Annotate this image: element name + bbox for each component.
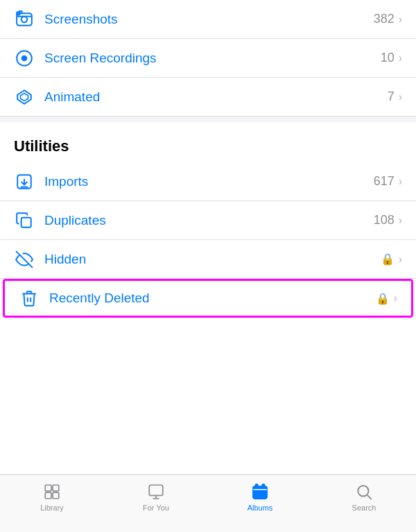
- svg-rect-17: [53, 492, 59, 499]
- tab-albums[interactable]: Albums: [208, 481, 312, 512]
- svg-line-25: [367, 495, 372, 499]
- list-item-hidden[interactable]: Hidden 🔒 ›: [0, 240, 416, 279]
- list-item-screenshots[interactable]: Screenshots 382 ›: [0, 0, 416, 39]
- animated-label: Animated: [44, 89, 388, 105]
- screen-recordings-count: 10: [381, 51, 395, 65]
- svg-rect-14: [45, 485, 51, 491]
- duplicates-chevron: ›: [399, 214, 402, 227]
- screenshots-icon: [14, 9, 35, 30]
- list-item-recently-deleted[interactable]: Recently Deleted 🔒 ›: [3, 279, 413, 318]
- albums-tab-icon: [250, 482, 270, 501]
- svg-rect-12: [21, 217, 31, 227]
- hidden-lock: 🔒: [381, 252, 395, 266]
- screenshots-count: 382: [374, 12, 395, 26]
- screen-recordings-icon: [14, 48, 35, 69]
- screenshots-label: Screenshots: [44, 12, 374, 27]
- tab-for-you[interactable]: For You: [104, 481, 208, 512]
- search-tab-label: Search: [352, 504, 376, 512]
- imports-count: 617: [374, 174, 395, 189]
- imports-label: Imports: [44, 174, 374, 189]
- imports-chevron: ›: [399, 175, 402, 188]
- list-item-screen-recordings[interactable]: Screen Recordings 10 ›: [0, 39, 416, 78]
- svg-rect-23: [262, 484, 264, 487]
- svg-marker-8: [21, 93, 28, 101]
- tab-library[interactable]: Library: [0, 481, 104, 512]
- content-area: Screenshots 382 › Screen Recordings 10 ›: [0, 0, 416, 375]
- tab-bar: Library For You Albums: [0, 474, 416, 532]
- svg-rect-16: [45, 492, 51, 499]
- for-you-tab-label: For You: [143, 504, 169, 512]
- recently-deleted-label: Recently Deleted: [49, 291, 376, 306]
- animated-count: 7: [388, 89, 395, 104]
- recently-deleted-chevron: ›: [394, 292, 397, 304]
- svg-rect-22: [256, 484, 258, 487]
- duplicates-icon: [14, 210, 35, 231]
- section-spacer: [0, 117, 416, 122]
- library-tab-label: Library: [40, 504, 64, 512]
- duplicates-count: 108: [374, 213, 395, 228]
- list-item-animated[interactable]: Animated 7 ›: [0, 78, 416, 117]
- list-item-imports[interactable]: Imports 617 ›: [0, 162, 416, 201]
- animated-icon: [14, 87, 35, 108]
- recently-deleted-lock: 🔒: [376, 292, 390, 305]
- screenshots-chevron: ›: [399, 13, 402, 26]
- animated-chevron: ›: [399, 91, 402, 103]
- svg-point-6: [21, 55, 28, 61]
- for-you-tab-icon: [146, 482, 166, 501]
- library-tab-icon: [42, 482, 62, 501]
- hidden-chevron: ›: [399, 253, 402, 266]
- duplicates-label: Duplicates: [44, 213, 374, 228]
- utilities-list: Imports 617 › Duplicates 108 ›: [0, 162, 416, 318]
- svg-point-24: [358, 486, 368, 496]
- imports-icon: [14, 171, 35, 192]
- albums-tab-label: Albums: [248, 504, 273, 512]
- screen-recordings-label: Screen Recordings: [44, 51, 381, 66]
- list-item-duplicates[interactable]: Duplicates 108 ›: [0, 201, 416, 240]
- svg-point-2: [21, 16, 28, 22]
- svg-rect-18: [149, 485, 163, 495]
- hidden-label: Hidden: [44, 252, 381, 267]
- search-tab-icon: [354, 482, 374, 501]
- svg-rect-15: [53, 485, 59, 491]
- hidden-icon: [14, 249, 35, 270]
- utilities-section-header: Utilities: [0, 122, 416, 162]
- svg-rect-19: [253, 486, 267, 498]
- top-list: Screenshots 382 › Screen Recordings 10 ›: [0, 0, 416, 117]
- recently-deleted-icon: [19, 288, 40, 309]
- screen-recordings-chevron: ›: [399, 52, 402, 65]
- svg-marker-7: [17, 90, 31, 104]
- tab-search[interactable]: Search: [312, 481, 416, 512]
